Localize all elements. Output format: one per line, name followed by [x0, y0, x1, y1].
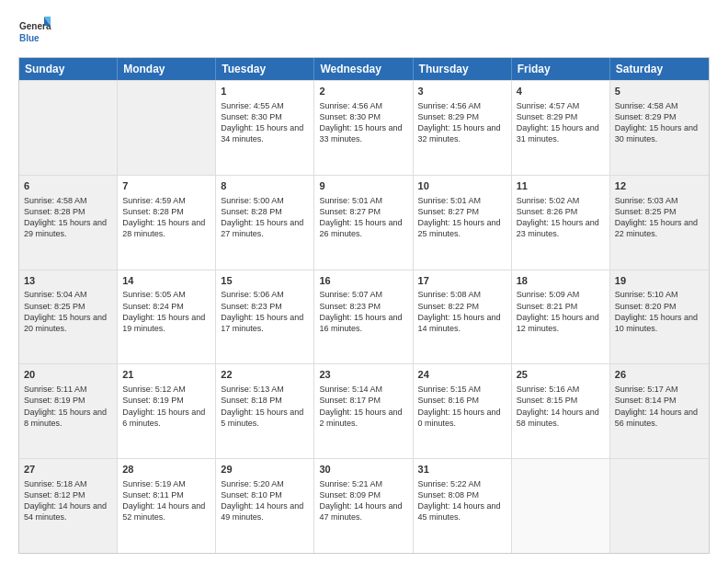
- calendar-cell: 9Sunrise: 5:01 AMSunset: 8:27 PMDaylight…: [314, 176, 413, 270]
- cell-info: Sunrise: 5:13 AM: [221, 384, 309, 395]
- cell-info: Sunrise: 4:57 AM: [517, 100, 605, 111]
- calendar-row: 1Sunrise: 4:55 AMSunset: 8:30 PMDaylight…: [19, 80, 709, 175]
- logo: General Blue: [18, 15, 51, 48]
- cell-info: Daylight: 14 hours and 54 minutes.: [24, 500, 112, 523]
- calendar-cell: 8Sunrise: 5:00 AMSunset: 8:28 PMDaylight…: [216, 176, 314, 270]
- cell-info: Sunrise: 5:05 AM: [122, 289, 210, 300]
- cell-info: Sunset: 8:21 PM: [517, 301, 605, 312]
- weekday-header: Wednesday: [314, 58, 413, 80]
- day-number: 6: [24, 179, 112, 193]
- calendar-cell: 31Sunrise: 5:22 AMSunset: 8:08 PMDayligh…: [414, 459, 512, 553]
- day-number: 8: [221, 179, 309, 193]
- calendar-cell: 21Sunrise: 5:12 AMSunset: 8:19 PMDayligh…: [118, 364, 216, 458]
- day-number: 3: [418, 85, 506, 98]
- cell-info: Sunrise: 4:56 AM: [418, 100, 506, 111]
- cell-info: Sunrise: 5:08 AM: [418, 289, 506, 300]
- cell-info: Sunrise: 4:56 AM: [319, 100, 407, 111]
- calendar-row: 27Sunrise: 5:18 AMSunset: 8:12 PMDayligh…: [19, 458, 709, 553]
- cell-info: Sunset: 8:29 PM: [615, 111, 704, 122]
- day-number: 23: [319, 368, 407, 382]
- cell-info: Daylight: 15 hours and 32 minutes.: [418, 122, 506, 144]
- calendar-cell: 4Sunrise: 4:57 AMSunset: 8:29 PMDaylight…: [512, 81, 610, 175]
- cell-info: Sunset: 8:22 PM: [418, 301, 506, 312]
- cell-info: Sunset: 8:20 PM: [615, 301, 704, 312]
- cell-info: Sunset: 8:28 PM: [122, 206, 210, 217]
- cell-info: Daylight: 15 hours and 29 minutes.: [24, 217, 112, 239]
- calendar-cell: 27Sunrise: 5:18 AMSunset: 8:12 PMDayligh…: [19, 459, 118, 553]
- cell-info: Sunset: 8:09 PM: [319, 489, 407, 500]
- day-number: 13: [24, 274, 112, 288]
- calendar-cell: 15Sunrise: 5:06 AMSunset: 8:23 PMDayligh…: [216, 270, 314, 364]
- day-number: 5: [615, 85, 704, 98]
- day-number: 7: [122, 179, 210, 193]
- calendar-body: 1Sunrise: 4:55 AMSunset: 8:30 PMDaylight…: [19, 80, 709, 553]
- cell-info: Sunrise: 4:55 AM: [221, 100, 309, 111]
- cell-info: Sunrise: 5:19 AM: [122, 478, 210, 489]
- day-number: 9: [319, 179, 407, 193]
- svg-text:Blue: Blue: [19, 33, 40, 43]
- cell-info: Daylight: 15 hours and 34 minutes.: [221, 122, 309, 144]
- cell-info: Sunrise: 4:59 AM: [122, 195, 210, 206]
- cell-info: Sunset: 8:23 PM: [319, 301, 407, 312]
- weekday-header: Sunday: [19, 58, 118, 80]
- cell-info: Sunset: 8:16 PM: [418, 395, 506, 406]
- weekday-header: Tuesday: [216, 58, 314, 80]
- calendar-cell: 28Sunrise: 5:19 AMSunset: 8:11 PMDayligh…: [118, 459, 216, 553]
- cell-info: Sunset: 8:08 PM: [418, 489, 506, 500]
- day-number: 26: [615, 368, 704, 382]
- calendar-cell: 29Sunrise: 5:20 AMSunset: 8:10 PMDayligh…: [216, 459, 314, 553]
- cell-info: Daylight: 15 hours and 33 minutes.: [319, 122, 407, 144]
- cell-info: Daylight: 15 hours and 28 minutes.: [122, 217, 210, 239]
- cell-info: Sunset: 8:29 PM: [418, 111, 506, 122]
- cell-info: Sunrise: 5:02 AM: [517, 195, 605, 206]
- day-number: 19: [615, 274, 704, 288]
- cell-info: Daylight: 15 hours and 31 minutes.: [517, 122, 605, 144]
- cell-info: Sunrise: 5:00 AM: [221, 195, 309, 206]
- weekday-header: Monday: [118, 58, 216, 80]
- cell-info: Daylight: 15 hours and 23 minutes.: [517, 217, 605, 239]
- cell-info: Sunrise: 5:22 AM: [418, 478, 506, 489]
- weekday-header: Thursday: [414, 58, 512, 80]
- cell-info: Sunrise: 5:01 AM: [319, 195, 407, 206]
- cell-info: Daylight: 15 hours and 6 minutes.: [122, 407, 210, 429]
- cell-info: Sunset: 8:27 PM: [319, 206, 407, 217]
- cell-info: Daylight: 15 hours and 22 minutes.: [615, 217, 704, 239]
- calendar-row: 13Sunrise: 5:04 AMSunset: 8:25 PMDayligh…: [19, 270, 709, 364]
- calendar-cell: 3Sunrise: 4:56 AMSunset: 8:29 PMDaylight…: [414, 81, 512, 175]
- calendar-cell: [610, 459, 709, 553]
- page-header: General Blue: [18, 15, 710, 48]
- calendar-cell: 10Sunrise: 5:01 AMSunset: 8:27 PMDayligh…: [414, 176, 512, 270]
- cell-info: Sunset: 8:25 PM: [24, 301, 112, 312]
- cell-info: Sunrise: 5:06 AM: [221, 289, 309, 300]
- cell-info: Daylight: 15 hours and 10 minutes.: [615, 312, 704, 334]
- cell-info: Daylight: 15 hours and 14 minutes.: [418, 312, 506, 334]
- cell-info: Sunset: 8:18 PM: [221, 395, 309, 406]
- cell-info: Daylight: 15 hours and 27 minutes.: [221, 217, 309, 239]
- cell-info: Sunrise: 5:18 AM: [24, 478, 112, 489]
- cell-info: Daylight: 15 hours and 8 minutes.: [24, 407, 112, 429]
- calendar-cell: 5Sunrise: 4:58 AMSunset: 8:29 PMDaylight…: [610, 81, 709, 175]
- calendar-cell: [512, 459, 610, 553]
- cell-info: Sunset: 8:11 PM: [122, 489, 210, 500]
- day-number: 14: [122, 274, 210, 288]
- calendar-cell: 20Sunrise: 5:11 AMSunset: 8:19 PMDayligh…: [19, 364, 118, 458]
- cell-info: Daylight: 14 hours and 49 minutes.: [221, 500, 309, 523]
- day-number: 21: [122, 368, 210, 382]
- calendar-cell: 6Sunrise: 4:58 AMSunset: 8:28 PMDaylight…: [19, 176, 118, 270]
- cell-info: Sunrise: 5:10 AM: [615, 289, 704, 300]
- calendar-cell: 22Sunrise: 5:13 AMSunset: 8:18 PMDayligh…: [216, 364, 314, 458]
- cell-info: Daylight: 15 hours and 25 minutes.: [418, 217, 506, 239]
- calendar-cell: 30Sunrise: 5:21 AMSunset: 8:09 PMDayligh…: [314, 459, 413, 553]
- calendar-cell: 26Sunrise: 5:17 AMSunset: 8:14 PMDayligh…: [610, 364, 709, 458]
- cell-info: Daylight: 14 hours and 47 minutes.: [319, 500, 407, 523]
- day-number: 27: [24, 463, 112, 477]
- calendar-cell: [19, 81, 118, 175]
- cell-info: Sunset: 8:14 PM: [615, 395, 704, 406]
- cell-info: Sunset: 8:15 PM: [517, 395, 605, 406]
- cell-info: Daylight: 15 hours and 5 minutes.: [221, 407, 309, 429]
- cell-info: Sunrise: 5:21 AM: [319, 478, 407, 489]
- cell-info: Sunset: 8:30 PM: [319, 111, 407, 122]
- cell-info: Sunrise: 5:12 AM: [122, 384, 210, 395]
- calendar-cell: 19Sunrise: 5:10 AMSunset: 8:20 PMDayligh…: [610, 270, 709, 364]
- cell-info: Sunset: 8:25 PM: [615, 206, 704, 217]
